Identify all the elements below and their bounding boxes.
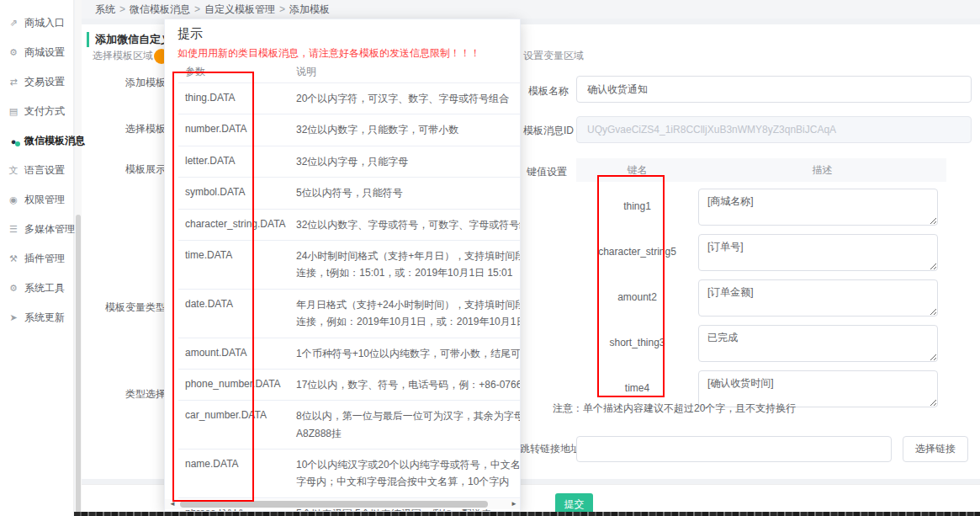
sidebar-item-payment-methods[interactable]: ▤ 支付方式 <box>0 97 73 126</box>
label-select-template: 选择模板 <box>125 122 166 136</box>
sidebar: ⇗ 商城入口 ⚙ 商城设置 ⇄ 交易设置 ▤ 支付方式 ● 微信模板消息 文 语… <box>0 0 74 516</box>
key-name-time4: time4 <box>580 382 694 394</box>
system-update-icon: ➤ <box>8 312 19 323</box>
storefront-entry-icon: ⇗ <box>8 18 19 29</box>
sidebar-item-label: 交易设置 <box>24 75 65 89</box>
sidebar-item-permission-management[interactable]: ◉ 权限管理 <box>0 185 73 215</box>
param-name: name.DATA <box>178 456 286 491</box>
sidebar-item-label: 权限管理 <box>24 193 65 207</box>
param-name: number.DATA <box>178 121 286 138</box>
sidebar-item-media-management[interactable]: ☰ 多媒体管理 <box>0 215 73 244</box>
breadcrumb-separator: > <box>194 3 200 15</box>
sidebar-item-label: 商城入口 <box>24 16 65 30</box>
param-name: symbol.DATA <box>178 184 286 201</box>
param-name: phone_number.DATA <box>178 376 286 393</box>
sidebar-item-label: 商城设置 <box>24 45 65 60</box>
plugin-icon: ⚒ <box>8 253 19 264</box>
key-name-thing1: thing1 <box>580 200 694 212</box>
sidebar-item-label: 支付方式 <box>24 104 65 119</box>
template-name-input[interactable] <box>576 76 972 103</box>
table-row: character_string.DATA 32位以内数字、字母或符号，可数字、… <box>178 210 521 241</box>
right-section-label: 设置变量区域 <box>523 49 584 63</box>
param-desc: 32位以内数字，只能数字，可带小数 <box>286 121 521 138</box>
sidebar-item-label: 多媒体管理 <box>24 222 75 237</box>
label-add-template: 添加模板 <box>125 76 166 90</box>
sidebar-item-wechat-template-message[interactable]: ● 微信模板消息 <box>0 126 73 156</box>
sidebar-item-mall-settings[interactable]: ⚙ 商城设置 <box>0 38 73 67</box>
sidebar-item-system-tools[interactable]: ⚙ 系统工具 <box>0 274 73 303</box>
sidebar-item-label: 微信模板消息 <box>24 134 85 148</box>
key-name-short-thing3: short_thing3 <box>580 337 694 348</box>
table-row: date.DATA 年月日格式（支持+24小时制时间），支持填时间段，两个时间点… <box>178 290 521 338</box>
key-name-header: 键名 <box>576 163 698 178</box>
table-row: name.DATA 10个以内纯汉字或20个以内纯字母或符号，中文名10个汉字内… <box>178 450 521 498</box>
sidebar-item-mall-entry[interactable]: ⇗ 商城入口 <box>0 8 73 38</box>
param-desc: 20个以内字符，可汉字、数字、字母或符号组合 <box>286 90 521 107</box>
desc-textarea-character-string5[interactable]: [订单号] <box>698 234 938 271</box>
sidebar-item-trade-settings[interactable]: ⇄ 交易设置 <box>0 67 73 97</box>
table-row: time.DATA 24小时制时间格式（支持+年月日），支持填时间段，两个时间点… <box>178 241 521 290</box>
table-row: car_number.DATA 8位以内，第一位与最后一位可为汉字，其余为字母或… <box>178 401 521 450</box>
media-list-icon: ☰ <box>8 224 19 235</box>
breadcrumb-item-add-template[interactable]: 添加模板 <box>289 3 330 17</box>
description-note: 注意：单个描述内容建议不超过20个字，且不支持换行 <box>553 402 796 416</box>
param-name: car_number.DATA <box>178 407 286 442</box>
sidebar-item-label: 语言设置 <box>24 163 65 178</box>
param-desc: 5位以内符号，只能符号 <box>286 184 521 201</box>
horizontal-scrollbar-thumb[interactable] <box>180 501 488 508</box>
breadcrumb-item-system[interactable]: 系统 <box>95 3 115 17</box>
gear-icon: ⚙ <box>8 47 19 58</box>
payment-card-icon: ▤ <box>8 106 19 117</box>
key-name-amount2: amount2 <box>580 291 694 303</box>
key-name-character-string5: character_string5 <box>580 246 694 258</box>
trade-arrows-icon: ⇄ <box>8 77 19 88</box>
sidebar-item-label: 插件管理 <box>24 252 65 266</box>
horizontal-scrollbar[interactable]: ◄ ► <box>165 499 521 509</box>
param-desc: 年月日格式（支持+24小时制时间），支持填时间段，两个时间点之间用"~"符号连接… <box>286 296 521 331</box>
permission-eye-icon: ◉ <box>8 194 19 205</box>
param-name: time.DATA <box>178 247 286 282</box>
scroll-left-arrow-icon[interactable]: ◄ <box>169 500 176 508</box>
param-name: date.DATA <box>178 296 286 331</box>
scroll-right-arrow-icon[interactable]: ► <box>511 500 517 508</box>
param-name: character_string.DATA <box>178 216 286 233</box>
label-key-value-settings: 键值设置 <box>527 165 567 179</box>
param-desc: 8位以内，第一位与最后一位可为汉字，其余为字母或数字，车牌号码：粤A8Z888挂 <box>286 407 521 442</box>
select-link-button[interactable]: 选择链接 <box>903 436 968 462</box>
desc-column-header: 说明 <box>286 65 521 79</box>
label-template-message-id: 模板消息ID <box>523 124 574 138</box>
wechat-message-icon: ● <box>8 136 19 146</box>
breadcrumb-item-wechat-template[interactable]: 微信模板消息 <box>130 3 190 17</box>
left-section-label: 选择模板区域 <box>93 49 153 63</box>
label-template-name: 模板名称 <box>518 84 569 98</box>
modal-warning-text: 如使用用新的类目模板消息，请注意好各模板的发送信息限制！！！ <box>177 46 480 61</box>
table-row: thing.DATA 20个以内字符，可汉字、数字、字母或符号组合 <box>178 83 521 114</box>
param-column-header: 参数 <box>178 65 286 79</box>
label-jump-link-address: 跳转链接地址 <box>520 442 580 456</box>
desc-textarea-short-thing3[interactable]: 已完成 <box>698 325 938 362</box>
label-type-select: 类型选择 <box>125 387 166 402</box>
modal-title: 提示 <box>177 26 203 42</box>
sidebar-item-label: 系统更新 <box>24 311 65 325</box>
param-desc: 1个币种符号+10位以内纯数字，可带小数，结尾可带"元"，可带小数 <box>286 345 521 362</box>
breadcrumb-separator: > <box>279 3 285 15</box>
vertical-scrollbar-thumb[interactable] <box>76 215 81 516</box>
table-row: number.DATA 32位以内数字，只能数字，可带小数 <box>178 114 521 146</box>
description-header: 描述 <box>698 163 946 178</box>
param-desc: 32位以内数字、字母或符号，可数字、字母或符号组合 <box>286 216 521 233</box>
sidebar-item-plugin-management[interactable]: ⚒ 插件管理 <box>0 244 73 274</box>
vertical-scrollbar[interactable] <box>75 0 82 516</box>
table-row: phone_number.DATA 17位以内，数字、符号，电话号码，例：+86… <box>178 370 521 401</box>
cropped-content-strip <box>74 512 980 516</box>
sidebar-item-language-settings[interactable]: 文 语言设置 <box>0 156 73 185</box>
jump-link-input[interactable] <box>576 436 892 462</box>
param-desc: 10个以内纯汉字或20个以内纯字母或符号，中文名10个汉字内；纯英文名20个字母… <box>286 456 521 491</box>
desc-textarea-amount2[interactable]: [订单金额] <box>698 279 938 317</box>
system-tools-icon: ⚙ <box>8 283 19 294</box>
param-name: amount.DATA <box>178 345 286 362</box>
key-value-table-header: 键名 描述 <box>576 158 946 182</box>
breadcrumb-item-custom-template-mgmt[interactable]: 自定义模板管理 <box>204 3 275 17</box>
desc-textarea-thing1[interactable]: [商城名称] <box>698 189 938 226</box>
param-desc: 17位以内，数字、符号，电话号码，例：+86-0766-66888866 <box>286 376 521 393</box>
sidebar-item-system-update[interactable]: ➤ 系统更新 <box>0 303 73 332</box>
